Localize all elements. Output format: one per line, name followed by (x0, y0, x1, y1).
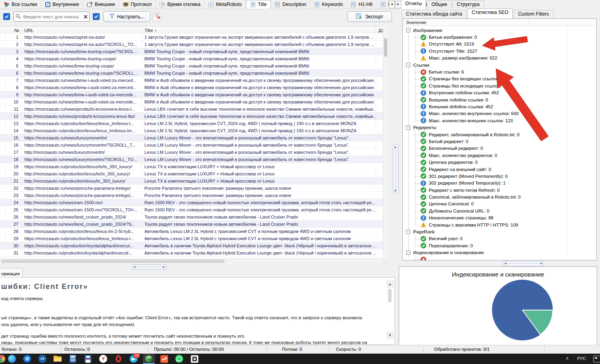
column-header-url[interactable]: URL (22, 27, 142, 34)
table-row[interactable]: 25http://monzaauto.ru/news/ram-1500-rev/… (0, 206, 383, 213)
tree-item[interactable]: Страницы без входящих ссылок: 0 (403, 76, 596, 82)
tree-item[interactable]: Canonical, заблокированный в Robots.txt:… (403, 193, 596, 200)
filter-enable-checkbox[interactable] (93, 13, 100, 20)
tree-item[interactable]: Страницы без исходящих ссылок: 0 (403, 82, 596, 89)
table-row[interactable]: 9http://monzaauto.ru/news/bmw-i-audi-vsl… (0, 91, 383, 98)
touch-keyboard-icon[interactable] (593, 356, 600, 362)
report-tab-время-отклика[interactable]: Время отклика (156, 0, 204, 9)
tree-item[interactable]: Неканонические страницы: 88 (403, 215, 596, 221)
subtab-custom-filters[interactable]: Custom Filters (514, 10, 553, 18)
search-input[interactable] (22, 14, 82, 20)
chart-splitter-grip[interactable] (503, 261, 544, 266)
table-row[interactable]: 16https://monzaauto.ru/news/luxurymoverl… (0, 141, 383, 149)
subtab-статистика-seo[interactable]: Статистика SEO (467, 8, 513, 18)
table-row[interactable]: 21http://monzaauto.ru/production/lexus/t… (0, 177, 383, 185)
thunderbird-icon[interactable] (23, 354, 32, 363)
tree-section[interactable]: −Ссылки (403, 62, 596, 68)
table-row[interactable]: 8https://monzaauto.ru/news/bmw-i-audi-vs… (0, 84, 383, 91)
table-row[interactable]: 14http://monzaauto.ru/production/lexus/l… (0, 127, 383, 134)
report-tab-description[interactable]: Description (271, 0, 310, 9)
tree-item[interactable]: Цепочка редиректов: 0 (403, 159, 596, 165)
tree-section[interactable]: −Индексирование и сканирование (403, 249, 596, 256)
scroll-down-icon[interactable]: ▼ (387, 332, 393, 338)
tree-item[interactable]: Цепочка Canonical: 0 (403, 201, 596, 207)
report-tab-h1-h6[interactable]: H1-H6 (347, 0, 376, 9)
tree-item[interactable]: Битые ссылки: 6 (403, 68, 596, 75)
table-row[interactable]: 1http://monzaauto.ru/news/zapret-na-auto… (0, 34, 383, 41)
table-row[interactable]: 27http://monzaauto.ru/news/land_cruiser_… (0, 221, 383, 228)
tree-item[interactable]: Внешние nofollow ссылки: 0 (403, 96, 596, 103)
collapse-icon[interactable]: − (406, 125, 410, 130)
column-header-number[interactable]: № (6, 27, 22, 34)
calculator-icon[interactable] (68, 354, 77, 363)
tree-item[interactable]: 301 редирект (Moved Permanently): 0 (403, 173, 596, 179)
tree-item[interactable]: Отсутствует Title: 1527 (403, 48, 596, 54)
tree-item[interactable]: Макс. количество внутренних ссылок: 500 (403, 110, 596, 117)
tab-структура[interactable]: Структура (452, 0, 484, 9)
table-row[interactable]: 3https://monzaauto.ru/news/bmw-touring-c… (0, 48, 383, 55)
tree-item[interactable]: Макс. количество внешних ссылок: 123 (403, 117, 596, 124)
tree-section[interactable]: −Редиректы (403, 124, 596, 131)
bitrix24-icon[interactable]: 24 (38, 354, 47, 363)
tree-item[interactable]: Редирект на внешний сайт: 0 (403, 166, 596, 173)
tree-item[interactable]: Внешние dofollow ссылки: 452 (403, 103, 596, 110)
yandex-browser-icon[interactable]: Y (99, 354, 108, 363)
tree-item[interactable] (403, 256, 596, 261)
report-tab-внешние[interactable]: Внешние (83, 0, 119, 9)
table-row[interactable]: 13https://monzaauto.ru/production/lexus/… (0, 120, 383, 127)
tree-item[interactable]: Редирект с мета-тегом Refresh: 0 (403, 187, 596, 193)
table-row[interactable]: 23https://monzaauto.ru/news/porsche-pana… (0, 192, 383, 199)
tree-column-header[interactable]: Значение (403, 19, 596, 26)
table-row[interactable]: 26http://monzaauto.ru/news/land_cruiser_… (0, 213, 383, 221)
tree-item[interactable]: Битый редирект: 0 (403, 138, 596, 145)
collapse-icon[interactable]: − (406, 28, 410, 32)
app-partial-icon[interactable] (0, 354, 6, 363)
tree-item[interactable]: Редирект, заблокированный в Robots.txt: … (403, 131, 596, 138)
tree-section[interactable]: −PageRank (403, 228, 596, 235)
scrollbar-thumb[interactable] (1, 260, 225, 263)
scroll-up-icon[interactable]: ▲ (387, 281, 393, 287)
report-tab-title[interactable]: Title (246, 0, 271, 9)
table-row[interactable]: 19https://monzaauto.ru/production/lexus/… (0, 163, 383, 170)
table-row[interactable]: 28http://monzaauto.ru/production/lexus/l… (0, 228, 383, 235)
table-horizontal-scrollbar[interactable] (0, 259, 383, 264)
configure-filter-button[interactable]: Настроить... (103, 11, 150, 22)
report-tab-внутренние[interactable]: Внутренние (41, 0, 83, 9)
tree-item[interactable]: Бесконечный редирект: 0 (403, 145, 596, 152)
table-row[interactable]: 6http://monzaauto.ru/news/bmw-touring-co… (0, 70, 383, 77)
tree-item[interactable]: Битые изображения: 0 (403, 34, 596, 40)
report-tab-metarobots[interactable]: RMetaRobots (204, 0, 246, 9)
tab-scroll-prev-button[interactable]: ◄ (389, 1, 395, 8)
table-row[interactable]: 5http://monzaauto.ru/news/bmw-touring-co… (0, 62, 383, 70)
table-row[interactable]: 30https://monzaauto.ru/production/toyota… (0, 242, 383, 249)
tree-item[interactable]: Внутренние nofollow ссылки: 452 (403, 90, 596, 96)
search-enable-checkbox[interactable] (3, 13, 10, 20)
tab-scroll-next-button[interactable]: ► (395, 1, 401, 8)
export-button[interactable]: Экспорт (347, 11, 392, 22)
opera-browser-icon[interactable] (114, 354, 123, 363)
tab-общие[interactable]: Общие (427, 0, 451, 9)
table-row[interactable]: 15https://monzaauto.ru/news/luxurymoverl… (0, 134, 383, 141)
table-row[interactable]: 12http://monzaauto.ru/news/prodazhi-kros… (0, 113, 383, 120)
dark-app-icon[interactable] (190, 354, 199, 363)
tree-item[interactable]: Макс. размер изображения: 922 (403, 55, 596, 62)
table-row[interactable]: 31http://monzaauto.ru/production/toyota/… (0, 249, 383, 257)
site-analyzer-icon[interactable] (144, 354, 153, 363)
table-row[interactable]: 22https://monzaauto.ru/news/porsche-pana… (0, 185, 383, 192)
search-clear-icon[interactable] (84, 13, 88, 20)
collapse-icon[interactable]: − (406, 63, 410, 67)
file-explorer-icon[interactable] (53, 354, 62, 363)
report-tab-протокол[interactable]: Протокол (119, 0, 156, 9)
column-header-title[interactable]: Title∧ (142, 27, 376, 34)
tree-section[interactable]: −Изображения (403, 27, 596, 34)
info-scrollbar[interactable]: ▲ ▼ (387, 281, 393, 342)
table-row[interactable]: 17http://monzaauto.ru/news/luxurymoverlm… (0, 149, 383, 156)
scrollbar-thumb[interactable] (384, 38, 387, 57)
tree-item[interactable]: Страницы с версиями HTTP / HTTPS: 109 (403, 221, 596, 228)
subtab-статистика-обхода-сайта[interactable]: Статистика обхода сайта (402, 10, 466, 18)
tab-information[interactable]: ормация (0, 268, 22, 278)
table-row[interactable]: 18http://monzaauto.ru/news/luxurymoverlm… (0, 156, 383, 163)
table-row[interactable]: 24http://monzaauto.ru/news/ram-1500-rev/… (0, 199, 383, 206)
whatsapp-icon[interactable] (175, 354, 184, 363)
tree-item[interactable]: Дубликаты Canonical URL: 0 (403, 207, 596, 214)
